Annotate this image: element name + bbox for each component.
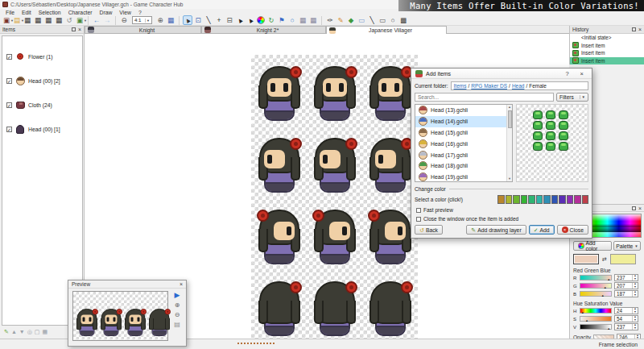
stepper-arrows[interactable]: ▲▼ xyxy=(632,316,638,322)
search-input[interactable] xyxy=(415,93,554,102)
marquee-tool-icon[interactable]: ⊡ xyxy=(193,15,203,25)
ellipse-tool-icon[interactable]: ○ xyxy=(388,15,398,25)
fast-preview-checkbox[interactable] xyxy=(416,208,421,213)
move-tool-icon[interactable]: + xyxy=(214,15,224,25)
pattern-tool-icon[interactable]: ▩ xyxy=(398,15,408,25)
close-panel-icon[interactable]: × xyxy=(638,27,642,32)
breadcrumb-link[interactable]: RPG Maker DS xyxy=(471,83,507,89)
back-button[interactable]: ↺ Back xyxy=(415,225,443,235)
add-color-button[interactable]: Add color xyxy=(573,241,612,251)
zoom-out-icon[interactable]: ⊖ xyxy=(119,15,129,25)
play-icon[interactable]: ▶ xyxy=(175,292,180,299)
slider-marker[interactable]: ▲ xyxy=(601,294,605,297)
slider-marker[interactable]: ▲ xyxy=(607,278,610,281)
help-icon[interactable]: ? xyxy=(561,70,572,77)
palette-dropdown[interactable]: Palette ▼ xyxy=(613,241,641,251)
float-panel-icon[interactable] xyxy=(72,27,76,31)
cursor-tool-icon[interactable]: ▲ xyxy=(183,15,192,25)
b-slider[interactable]: ▲ xyxy=(580,291,612,297)
history-entry[interactable]: Insert item xyxy=(570,49,644,57)
list-item[interactable]: ✓Cloth (24) xyxy=(2,93,82,117)
pencil-tool-icon[interactable]: ✎ xyxy=(336,15,345,25)
secondary-color-swatch[interactable] xyxy=(610,254,636,264)
new-character-icon[interactable]: ▣▼ xyxy=(2,15,11,25)
rect-tool-icon[interactable]: ▭ xyxy=(378,15,387,25)
h-slider[interactable]: ▲ xyxy=(580,308,612,314)
sprite-sheet[interactable] xyxy=(251,55,418,339)
tab-knight-2-[interactable]: Knight 2* xyxy=(201,26,326,33)
stepper-arrows[interactable]: ▲▼ xyxy=(632,275,638,280)
color-variant-swatch[interactable] xyxy=(528,195,535,204)
menu-item[interactable]: ? xyxy=(135,10,145,15)
r-slider[interactable]: ▲ xyxy=(580,275,612,280)
grid-icon[interactable]: ▦ xyxy=(166,15,175,25)
float-panel-icon[interactable] xyxy=(632,206,636,210)
file-list-item[interactable]: Head (16).gchli xyxy=(415,138,512,149)
record-icon[interactable]: ◎ xyxy=(27,329,32,334)
new-page-icon[interactable]: ▢ xyxy=(35,329,40,334)
item-checkbox[interactable]: ✓ xyxy=(6,78,12,84)
color-variant-swatch[interactable] xyxy=(497,195,505,204)
stepper-arrows[interactable]: ▲▼ xyxy=(632,291,638,297)
picker-tool-icon[interactable]: ╲ xyxy=(204,15,213,25)
stepper-arrows[interactable]: ▲▼ xyxy=(632,324,638,330)
close-window-checkbox[interactable] xyxy=(416,217,421,222)
filters-button[interactable]: Filters ▼ xyxy=(556,93,588,102)
move-up-icon[interactable]: ▲ xyxy=(11,329,17,334)
breadcrumb-link[interactable]: Items xyxy=(454,83,467,89)
sheet-a-icon[interactable]: ▦ xyxy=(298,15,308,25)
file-list-item[interactable]: Head (14).gchli xyxy=(415,116,512,127)
scroll-thumb[interactable] xyxy=(508,110,512,128)
v-slider[interactable]: ▲ xyxy=(580,324,612,330)
item-checkbox[interactable]: ✓ xyxy=(6,127,12,132)
g-spinbox[interactable]: 207▲▼ xyxy=(614,282,638,289)
cursor-b-tool-icon[interactable]: ▲ xyxy=(235,15,245,25)
swap-colors-icon[interactable]: ⇄ xyxy=(602,256,607,263)
item-checkbox[interactable]: ✓ xyxy=(6,54,12,60)
add-button[interactable]: ✓ Add xyxy=(529,225,555,235)
line-tool-icon[interactable]: ╲ xyxy=(367,15,377,25)
stepper-arrows[interactable]: ▲▼ xyxy=(632,283,638,289)
zoom-level-select[interactable]: 4:1▼ xyxy=(132,16,152,24)
b-spinbox[interactable]: 187▲▼ xyxy=(614,290,638,297)
history-entry[interactable]: Insert item xyxy=(570,42,644,50)
color-variant-swatch[interactable] xyxy=(574,195,581,204)
history-entry[interactable]: Insert item xyxy=(570,57,644,65)
close-panel-icon[interactable]: × xyxy=(638,206,642,211)
slider-marker[interactable]: ▲ xyxy=(604,286,607,289)
file-list-item[interactable]: Head (17).gchli xyxy=(415,149,512,160)
color-variant-swatch[interactable] xyxy=(506,195,513,204)
file-list-item[interactable]: Head (15).gchli xyxy=(415,127,512,139)
close-icon[interactable]: × xyxy=(180,281,183,287)
s-slider[interactable]: ▲ xyxy=(580,316,612,322)
scroll-down-icon[interactable]: ▼ xyxy=(508,177,511,181)
color-variant-swatch[interactable] xyxy=(567,195,574,204)
minus-tool-icon[interactable]: ⊟ xyxy=(225,15,234,25)
undo-icon[interactable]: ← xyxy=(92,15,101,25)
pen-tool-icon[interactable]: ✑ xyxy=(325,15,335,25)
file-list-scrollbar[interactable]: ▲▼ xyxy=(506,105,512,181)
s-spinbox[interactable]: 54▲▼ xyxy=(614,315,638,322)
generate-character-icon[interactable]: ▣▼ xyxy=(75,15,85,25)
actual-size-icon[interactable]: ▤ xyxy=(174,322,180,328)
zoom-out-icon[interactable]: ⊖ xyxy=(175,312,180,318)
list-item[interactable]: ✓Head (00) [2] xyxy=(2,69,82,93)
file-list-item[interactable]: Head (18).gchli xyxy=(415,160,512,172)
close-panel-icon[interactable]: × xyxy=(78,27,81,32)
primary-color-swatch[interactable] xyxy=(573,254,599,264)
recolor-icon[interactable]: ↻ xyxy=(266,15,276,25)
h-spinbox[interactable]: 24▲▼ xyxy=(614,307,638,314)
slider-marker[interactable]: ▲ xyxy=(607,327,610,330)
scroll-up-icon[interactable]: ▲ xyxy=(508,105,511,110)
move-down-icon[interactable]: ▼ xyxy=(19,329,25,334)
color-variant-swatch[interactable] xyxy=(521,195,528,204)
list-item[interactable]: ✓Flower (1) xyxy=(2,44,82,69)
list-item[interactable]: ✓Head (00) [1] xyxy=(2,117,82,141)
redo-icon[interactable]: → xyxy=(102,15,112,25)
color-variant-swatch[interactable] xyxy=(536,195,543,204)
menu-item[interactable]: Draw xyxy=(96,10,115,15)
zoom-in-icon[interactable]: ⊕ xyxy=(175,302,180,309)
g-slider[interactable]: ▲ xyxy=(580,283,612,289)
slider-marker[interactable]: ▲ xyxy=(585,319,588,322)
eraser-tool-icon[interactable]: ▭ xyxy=(357,15,366,25)
